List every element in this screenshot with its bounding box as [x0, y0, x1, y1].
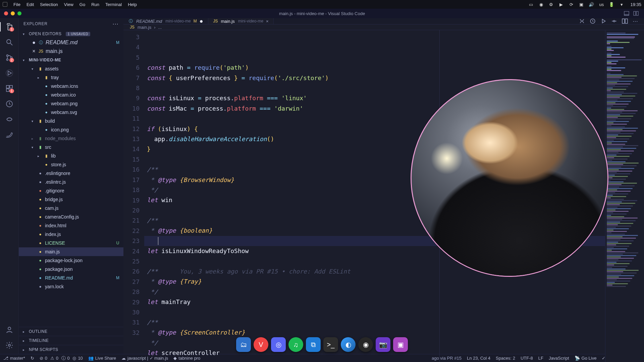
tree-file[interactable]: ● cam.js	[19, 204, 123, 213]
tree-file[interactable]: ● LICENSE U	[19, 239, 123, 247]
tree-file[interactable]: ● package.json	[19, 265, 123, 274]
extension-tray-icon[interactable]: ▣	[579, 2, 584, 7]
keyboard-lang[interactable]: us	[599, 2, 604, 7]
tree-file[interactable]: ● store.js	[19, 160, 123, 169]
tree-file[interactable]: ● package-lock.json	[19, 256, 123, 265]
status-liveshare[interactable]: 👥 Live Share	[88, 356, 116, 361]
commit-graph-icon[interactable]	[611, 18, 617, 24]
breadcrumb[interactable]: JS main.js › ...	[123, 24, 644, 30]
tree-file[interactable]: ● webcam.icns	[19, 82, 123, 90]
tree-file[interactable]: ● .gitignore	[19, 186, 123, 195]
explorer-more-icon[interactable]: ⋯	[112, 23, 119, 25]
close-icon[interactable]: ×	[266, 19, 269, 24]
tree-file[interactable]: ● README.md M	[19, 274, 123, 282]
compare-changes-icon[interactable]	[579, 18, 585, 24]
settings-tray-icon[interactable]: ⚙	[548, 2, 554, 7]
code-line[interactable]: const path = require('path')	[147, 63, 605, 73]
code-line[interactable]	[147, 307, 605, 317]
code-line[interactable]: /**	[147, 317, 605, 327]
dock-camera[interactable]: 📷	[376, 337, 390, 352]
source-control-activity[interactable]: 2	[4, 52, 15, 63]
tree-folder[interactable]: ▮ tray	[19, 73, 123, 82]
open-editor-item[interactable]: ● ⓘ README.md M	[19, 38, 123, 47]
file-tree[interactable]: ▮ assets ▮ tray ● webcam.icns ● webcam.i…	[19, 64, 123, 327]
sidebar-section-outline[interactable]: OUTLINE	[19, 327, 123, 336]
tree-file[interactable]: ● icon.png	[19, 125, 123, 134]
tree-folder[interactable]: ▮ src	[19, 143, 123, 152]
extensions-activity[interactable]: 1	[4, 83, 15, 94]
code-line[interactable]: */	[147, 287, 605, 297]
tree-file[interactable]: ● webcam.png	[19, 99, 123, 108]
dock-discord[interactable]: ◎	[271, 337, 286, 352]
display-icon[interactable]: ▭	[528, 2, 534, 7]
tree-file[interactable]: ● webcam.svg	[19, 108, 123, 117]
close-icon[interactable]: ×	[32, 48, 36, 54]
editor-tab[interactable]: ⓘ README.md mini-video-me M ●	[123, 18, 208, 24]
tree-file[interactable]: ● main.js	[19, 247, 123, 256]
menu-go[interactable]: Go	[79, 2, 85, 7]
webcam-overlay[interactable]	[411, 79, 608, 277]
tree-folder[interactable]: ▮ lib	[19, 152, 123, 160]
search-activity[interactable]	[4, 37, 15, 48]
menu-selection[interactable]: Selection	[40, 2, 58, 7]
chevron-down-icon[interactable]: ▾	[619, 2, 624, 7]
dock-screenshot[interactable]: ▣	[393, 337, 408, 352]
tree-folder[interactable]: ▮ build	[19, 117, 123, 125]
code-line[interactable]: const { userPreferences } = require('./s…	[147, 73, 605, 83]
bird-activity[interactable]	[4, 129, 15, 140]
menu-edit[interactable]: Edit	[26, 2, 34, 7]
open-editor-item[interactable]: × JS main.js	[19, 47, 123, 56]
sidebar-section-timeline[interactable]: TIMELINE	[19, 336, 123, 345]
tree-folder[interactable]: ▮ assets	[19, 64, 123, 73]
system-menu-icon[interactable]	[3, 2, 7, 7]
menu-file[interactable]: File	[13, 2, 20, 7]
code-line[interactable]	[147, 358, 605, 362]
code-line[interactable]: * @type {Tray}	[147, 277, 605, 287]
discord-tray-icon[interactable]: ◉	[538, 2, 544, 7]
dock-spotify[interactable]: ♫	[288, 337, 303, 352]
run-file-icon[interactable]	[600, 18, 606, 24]
battery-icon[interactable]: 🔋	[609, 2, 614, 7]
editor-tab[interactable]: JS main.js mini-video-me ×	[208, 18, 274, 24]
project-header[interactable]: MINI-VIDEO-ME	[19, 56, 123, 64]
open-editors-header[interactable]: OPEN EDITORS 1 UNSAVED	[19, 29, 123, 38]
media-play-icon[interactable]: ▶	[558, 2, 564, 7]
menu-view[interactable]: View	[64, 2, 73, 7]
dock-files[interactable]: 🗂	[236, 337, 251, 352]
tree-file[interactable]: ● yarn.lock	[19, 282, 123, 291]
toggle-panel-icon[interactable]	[624, 11, 629, 16]
tree-file[interactable]: ● .eslintignore	[19, 169, 123, 178]
explorer-activity[interactable]: 1	[4, 21, 15, 32]
volume-icon[interactable]: 🔊	[589, 2, 594, 7]
tree-file[interactable]: ● webcam.ico	[19, 90, 123, 99]
debug-activity[interactable]	[4, 68, 15, 78]
tree-file[interactable]: ● cameraConfig.js	[19, 213, 123, 221]
clock[interactable]: 19:35	[630, 2, 641, 7]
dock-obs[interactable]: ◉	[358, 337, 373, 352]
split-editor-icon[interactable]	[622, 18, 628, 24]
menu-terminal[interactable]: Terminal	[105, 2, 122, 7]
status-sync[interactable]: ↻	[31, 356, 34, 361]
split-editor-icon[interactable]	[633, 11, 639, 16]
menu-run[interactable]: Run	[91, 2, 99, 7]
dock-browser[interactable]: V	[254, 337, 268, 352]
tree-folder[interactable]: ▮ node_modules	[19, 134, 123, 143]
update-tray-icon[interactable]: ⟳	[569, 2, 574, 7]
sidebar-section-npm scripts[interactable]: NPM SCRIPTS	[19, 345, 123, 354]
account-activity[interactable]	[4, 324, 15, 335]
minimap[interactable]	[605, 30, 644, 362]
dock-resolve[interactable]: ◐	[341, 337, 356, 352]
more-icon[interactable]: ⋯	[633, 18, 639, 24]
dock-terminal[interactable]: >_	[323, 337, 338, 352]
minimize-window-button[interactable]	[11, 11, 15, 15]
status-branch[interactable]: ⎇ master*	[3, 356, 25, 361]
tree-file[interactable]: ● .eslintrc.js	[19, 178, 123, 186]
menu-help[interactable]: Help	[128, 2, 137, 7]
history-icon[interactable]	[590, 18, 596, 24]
close-window-button[interactable]	[4, 11, 8, 15]
tree-file[interactable]: ● index.js	[19, 230, 123, 239]
settings-activity[interactable]	[4, 340, 15, 351]
status-problems[interactable]: ⊘0 ⚠0 ⓘ0 ◎10	[40, 355, 83, 361]
dirty-dot-icon[interactable]: ●	[32, 40, 36, 46]
tree-file[interactable]: ● bridge.js	[19, 195, 123, 204]
